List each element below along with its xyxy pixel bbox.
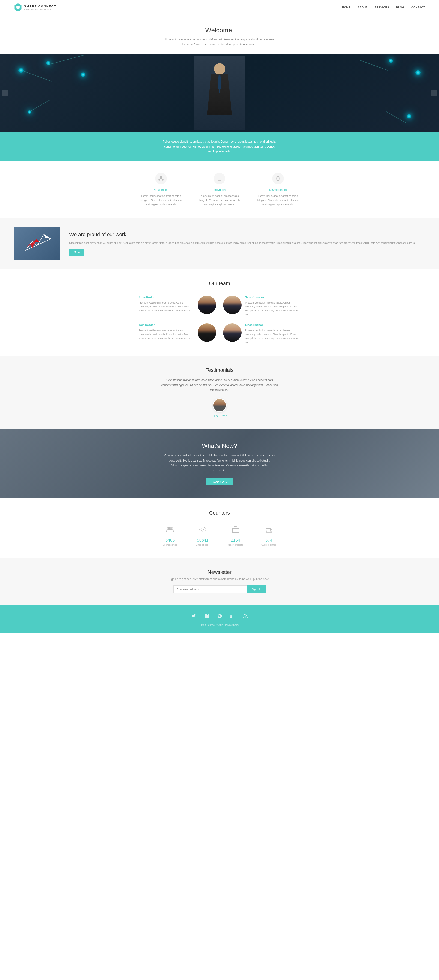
footer-copyright: Smart Connect © 2014 | Privacy policy [200, 624, 239, 626]
logo-title: SMART CONNECT [24, 5, 56, 8]
work-heading: We are proud of our work! [69, 232, 415, 237]
whats-new-text: Cras eu maesse tincilum, ractimus nisi. … [164, 453, 275, 473]
facebook-icon[interactable] [202, 612, 211, 620]
nav-services[interactable]: SERVICES [375, 6, 389, 9]
newsletter-signup-button[interactable]: Sign Up [247, 585, 266, 593]
features-section: Networking Lorem ipsum door sit amet con… [0, 161, 439, 218]
development-desc: Lorem ipsum door sit amet consicle ising… [256, 194, 300, 207]
testimonial-avatar [213, 398, 226, 412]
footer: g+ Smart Connect © 2014 | Privacy policy [0, 605, 439, 633]
team-avatar-tom [198, 323, 216, 342]
nav-links: HOME ABOUT SERVICES BLOG CONTACT [342, 6, 425, 9]
work-more-button[interactable]: More [69, 249, 84, 256]
team-name-linda-h: Linda Hudson [245, 323, 301, 326]
svg-marker-17 [44, 234, 51, 239]
svg-point-11 [277, 178, 279, 180]
clients-icon [163, 525, 177, 535]
svg-text:</>: </> [199, 527, 207, 532]
rss-icon[interactable] [241, 612, 250, 620]
coffee-icon [261, 525, 276, 535]
whats-new-heading: What's New? [164, 442, 275, 450]
welcome-heading: Welcome! [5, 27, 434, 34]
svg-point-20 [167, 527, 170, 529]
coffee-number: 874 [261, 538, 276, 543]
person-head [214, 63, 225, 75]
svg-point-9 [219, 180, 220, 180]
nav-contact[interactable]: CONTACT [411, 6, 425, 9]
svg-line-3 [159, 178, 161, 179]
team-avatar-erika [198, 296, 216, 314]
navbar: SMART CONNECT COMMUNICATION CENTER HOME … [0, 0, 439, 15]
person-figure [201, 59, 238, 128]
innovations-title: Innovations [197, 188, 242, 191]
coffee-label: Cups of coffee [261, 544, 276, 546]
counter-projects: 2154 No. of projects [228, 525, 243, 546]
work-content: We are proud of our work! Ut tellontbus … [69, 232, 415, 256]
team-member-tom: Tom Reader Praesent vestibulum molestie … [139, 323, 216, 344]
team-section: Our team Erika Proton Praesent vestibulu… [0, 269, 439, 356]
avatar-sam-img [223, 296, 242, 314]
team-avatar-sam [223, 296, 242, 314]
slider-prev-button[interactable]: ‹ [2, 90, 8, 96]
whats-new-btn[interactable]: READ MORE [206, 478, 233, 485]
counters-heading: Counters [5, 510, 434, 516]
newsletter-section: Newsletter Sign up to get exclusive offe… [0, 558, 439, 605]
team-grid: Erika Proton Praesent vestibulum molesti… [139, 296, 301, 344]
team-desc-tom: Praesent vestibulum molestie lacus. Aene… [139, 328, 194, 344]
nav-blog[interactable]: BLOG [396, 6, 404, 9]
work-image [14, 228, 60, 260]
lines-icon: </> [196, 525, 210, 535]
team-name-tom: Tom Reader [139, 323, 194, 326]
logo-subtitle: COMMUNICATION CENTER [24, 8, 56, 10]
svg-point-2 [162, 179, 164, 181]
lines-label: Lines of code [196, 544, 210, 546]
projects-icon [228, 525, 243, 535]
newsletter-heading: Newsletter [5, 569, 434, 575]
team-info-tom: Tom Reader Praesent vestibulum molestie … [139, 323, 194, 344]
nav-home[interactable]: HOME [342, 6, 351, 9]
svg-point-27 [243, 617, 244, 618]
logo-text: SMART CONNECT COMMUNICATION CENTER [24, 5, 56, 10]
networking-title: Networking [139, 188, 183, 191]
newsletter-form: Sign Up [173, 585, 266, 593]
development-icon [272, 173, 284, 184]
hero-slider: ‹ › [0, 54, 439, 132]
nav-about[interactable]: ABOUT [358, 6, 368, 9]
clients-label: Clients served [163, 544, 177, 546]
newsletter-subtext: Sign up to get exclusive offers from our… [5, 578, 434, 581]
svg-rect-23 [232, 528, 239, 533]
team-member-sam: Sam Kronstan Praesent vestibulum molesti… [223, 296, 301, 317]
pinterest-icon[interactable] [215, 612, 224, 620]
feature-innovations: Innovations Lorem ipsum door sit amet co… [197, 173, 242, 207]
team-desc-sam: Praesent vestibulum molestie lacus. Aene… [245, 301, 301, 317]
innovations-desc: Lorem ipsum door sit amet consicle ising… [197, 194, 242, 207]
team-avatar-linda-h [223, 323, 242, 342]
avatar-linda-h-img [223, 323, 242, 342]
svg-marker-18 [25, 239, 37, 248]
team-desc-erika: Praesent vestibulum molestie lacus. Aene… [139, 301, 194, 317]
work-section: We are proud of our work! Ut tellontbus … [0, 218, 439, 269]
projects-label: No. of projects [228, 544, 243, 546]
google-plus-icon[interactable]: g+ [228, 612, 237, 620]
teal-banner-text: Pellentesque blandit rutrum lacus vitae … [162, 139, 277, 154]
whats-new-content: What's New? Cras eu maesse tincilum, rac… [160, 438, 280, 490]
svg-point-0 [160, 176, 162, 178]
newsletter-email-input[interactable] [173, 585, 248, 593]
logo: SMART CONNECT COMMUNICATION CENTER [14, 3, 56, 11]
networking-desc: Lorem ipsum door sit amet consicle ising… [139, 194, 183, 207]
feature-development: Development Lorem ipsum door sit amet co… [256, 173, 300, 207]
testimonial-quote: "Pellentesque blandit rutrum lacus vitae… [160, 378, 280, 393]
testimonials-section: Testimonials "Pellentesque blandit rutru… [0, 356, 439, 429]
networking-icon [155, 173, 167, 184]
welcome-section: Welcome! Ut tellontbus eget elementum ve… [0, 15, 439, 54]
team-info-linda-h: Linda Hudson Praesent vestibulum molesti… [245, 323, 301, 344]
counter-coffee: 874 Cups of coffee [261, 525, 276, 546]
twitter-icon[interactable] [189, 612, 198, 620]
counter-lines: </> 56841 Lines of code [196, 525, 210, 546]
testimonials-heading: Testimonials [5, 367, 434, 373]
svg-point-1 [159, 179, 160, 181]
team-name-sam: Sam Kronstan [245, 296, 301, 299]
testimonial-author: Linda Green [5, 414, 434, 418]
svg-text:g+: g+ [230, 614, 234, 618]
slider-next-button[interactable]: › [431, 90, 437, 96]
